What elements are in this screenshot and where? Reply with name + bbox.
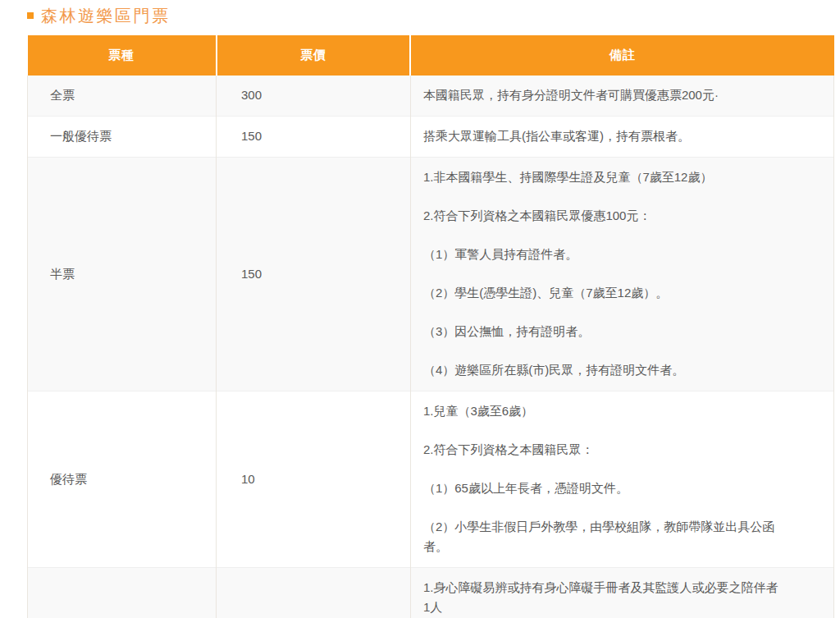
ticket-type-cell: 優待票 xyxy=(28,391,217,568)
remark-paragraph: 1.非本國籍學生、持國際學生證及兒童（7歲至12歲） xyxy=(423,167,821,187)
remark-paragraph: （1）軍警人員持有證件者。 xyxy=(423,245,821,264)
remark-paragraph: 2.符合下列資格之本國籍民眾優惠100元： xyxy=(423,206,821,226)
remark-paragraph: （1）65歲以上年長者，憑證明文件。 xyxy=(423,478,821,498)
ticket-price-cell xyxy=(217,568,411,618)
remark-line: 2.符合下列資格之本國籍民眾優惠100元： xyxy=(423,206,821,226)
page: 森林遊樂區門票 票種 票價 備註 全票300本國籍民眾，持有身分證明文件者可購買… xyxy=(0,0,840,618)
table-row: 1.身心障礙易辨或持有身心障礙手冊者及其監護人或必要之陪伴者1人 xyxy=(28,568,834,618)
ticket-price-cell: 300 xyxy=(217,76,411,117)
remark-line: 2.符合下列資格之本國籍民眾： xyxy=(423,440,821,460)
remark-line: （3）因公撫恤，持有證明者。 xyxy=(423,322,821,341)
header-ticket-price: 票價 xyxy=(217,35,411,76)
table-row: 一般優待票150搭乘大眾運輸工具(指公車或客運)，持有票根者。 xyxy=(28,117,834,158)
table-header-row: 票種 票價 備註 xyxy=(28,35,834,76)
remarks-cell: 本國籍民眾，持有身分證明文件者可購買優惠票200元· xyxy=(410,76,833,117)
remark-line: （4）遊樂區所在縣(市)民眾，持有證明文件者。 xyxy=(423,360,821,380)
remarks-cell: 1.非本國籍學生、持國際學生證及兒童（7歲至12歲）2.符合下列資格之本國籍民眾… xyxy=(410,158,833,391)
remark-paragraph: 搭乘大眾運輸工具(指公車或客運)，持有票根者。 xyxy=(423,126,821,146)
remark-line: 1.非本國籍學生、持國際學生證及兒童（7歲至12歲） xyxy=(423,167,821,187)
remark-line: 搭乘大眾運輸工具(指公車或客運)，持有票根者。 xyxy=(423,126,821,146)
remark-line: （2）小學生非假日戶外教學，由學校組隊，教師帶隊並出具公函 xyxy=(423,517,821,537)
ticket-type-cell xyxy=(28,568,217,618)
remark-line: （1）軍警人員持有證件者。 xyxy=(423,245,821,264)
remarks-cell: 搭乘大眾運輸工具(指公車或客運)，持有票根者。 xyxy=(410,117,833,158)
remark-paragraph: 本國籍民眾，持有身分證明文件者可購買優惠票200元· xyxy=(423,85,821,105)
ticket-price-cell: 150 xyxy=(217,158,411,391)
remark-paragraph: （4）遊樂區所在縣(市)民眾，持有證明文件者。 xyxy=(423,360,821,380)
remark-paragraph: （3）因公撫恤，持有證明者。 xyxy=(423,322,821,341)
header-ticket-type: 票種 xyxy=(28,35,217,76)
ticket-type-cell: 全票 xyxy=(28,76,217,117)
remarks-cell: 1.身心障礙易辨或持有身心障礙手冊者及其監護人或必要之陪伴者1人 xyxy=(410,568,833,618)
remark-line: （1）65歲以上年長者，憑證明文件。 xyxy=(423,478,821,498)
ticket-price-table: 票種 票價 備註 全票300本國籍民眾，持有身分證明文件者可購買優惠票200元·… xyxy=(27,35,834,618)
remarks-cell: 1.兒童（3歲至6歲）2.符合下列資格之本國籍民眾：（1）65歲以上年長者，憑證… xyxy=(410,391,833,568)
remark-line: 1.兒童（3歲至6歲） xyxy=(423,401,821,421)
remark-paragraph: 2.符合下列資格之本國籍民眾： xyxy=(423,440,821,460)
ticket-price-cell: 10 xyxy=(217,391,411,568)
remark-line: 1.身心障礙易辨或持有身心障礙手冊者及其監護人或必要之陪伴者 xyxy=(423,578,821,597)
ticket-type-cell: 一般優待票 xyxy=(28,117,217,158)
table-row: 優待票101.兒童（3歲至6歲）2.符合下列資格之本國籍民眾：（1）65歲以上年… xyxy=(28,391,834,568)
remark-paragraph: （2）小學生非假日戶外教學，由學校組隊，教師帶隊並出具公函者。 xyxy=(423,517,821,556)
header-remarks: 備註 xyxy=(410,35,833,76)
ticket-type-cell: 半票 xyxy=(28,158,217,391)
remark-line: 1人 xyxy=(423,597,821,617)
remark-paragraph: （2）學生(憑學生證)、兒童（7歲至12歲）。 xyxy=(423,283,821,303)
section-title-text: 森林遊樂區門票 xyxy=(41,5,171,27)
remark-paragraph: 1.身心障礙易辨或持有身心障礙手冊者及其監護人或必要之陪伴者1人 xyxy=(423,578,821,617)
remark-line: 者。 xyxy=(423,537,821,556)
bullet-square-icon xyxy=(27,12,34,19)
remark-line: （2）學生(憑學生證)、兒童（7歲至12歲）。 xyxy=(423,283,821,303)
remark-paragraph: 1.兒童（3歲至6歲） xyxy=(423,401,821,421)
remark-line: 本國籍民眾，持有身分證明文件者可購買優惠票200元· xyxy=(423,85,821,105)
table-row: 半票1501.非本國籍學生、持國際學生證及兒童（7歲至12歲）2.符合下列資格之… xyxy=(28,158,834,391)
section-title: 森林遊樂區門票 xyxy=(27,5,834,26)
table-row: 全票300本國籍民眾，持有身分證明文件者可購買優惠票200元· xyxy=(28,76,834,117)
ticket-price-cell: 150 xyxy=(217,117,411,158)
